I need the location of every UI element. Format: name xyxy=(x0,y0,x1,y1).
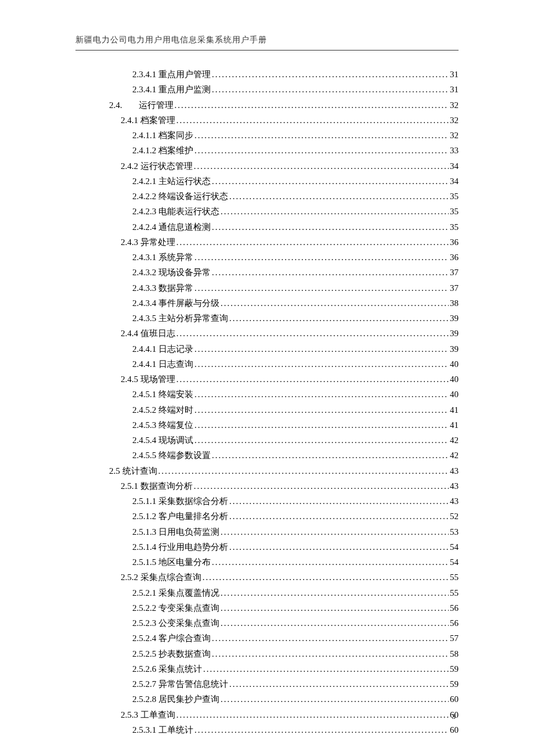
toc-entry: 2.5 统计查询43 xyxy=(75,463,459,478)
toc-page-ref: 43 xyxy=(450,494,459,509)
toc-leader-dots xyxy=(221,600,449,615)
toc-page-ref: 34 xyxy=(450,174,459,189)
toc-page-ref: 37 xyxy=(450,280,459,296)
toc-page-ref: 40 xyxy=(450,372,459,387)
toc-page-ref: 34 xyxy=(450,159,459,174)
toc-label: 2.4.2 运行状态管理 xyxy=(121,159,193,174)
toc-page-ref: 42 xyxy=(450,433,459,448)
toc-label: 2.4.3.1 系统异常 xyxy=(132,250,193,265)
toc-entry: 2.5.2.2 专变采集点查询56 xyxy=(75,600,459,615)
toc-label: 2.5.2.3 公变采集点查询 xyxy=(132,615,219,631)
toc-entry: 2.5.2.3 公变采集点查询56 xyxy=(75,615,459,631)
toc-label: 2.4.5 现场管理 xyxy=(121,372,175,387)
toc-leader-dots xyxy=(212,631,449,646)
toc-page-ref: 52 xyxy=(450,509,459,524)
toc-entry: 2.4.3.2 现场设备异常37 xyxy=(75,265,459,280)
toc-entry: 2.4.2.4 通信息道检测35 xyxy=(75,219,459,235)
toc-entry: 2.5.1 数据查询分析43 xyxy=(75,478,459,494)
toc-label: 2.5 统计查询 xyxy=(109,463,157,478)
toc-leader-dots xyxy=(212,448,449,463)
toc-label: 2.4.2.2 终端设备运行状态 xyxy=(132,189,228,204)
toc-leader-dots xyxy=(221,615,449,631)
toc-page-ref: 41 xyxy=(450,417,459,433)
toc-entry: 2.5.2.8 居民集抄户查询60 xyxy=(75,692,459,707)
toc-entry: 2.5.2.4 客户综合查询57 xyxy=(75,631,459,646)
toc-entry: 2.4.1.2 档案维护33 xyxy=(75,143,459,158)
toc-label: 2.5.2.8 居民集抄户查询 xyxy=(132,692,219,707)
toc-page-ref: 36 xyxy=(450,250,459,265)
toc-page-ref: 56 xyxy=(450,615,459,631)
toc-label: 2.5.1 数据查询分析 xyxy=(121,478,193,494)
toc-leader-dots xyxy=(194,280,449,296)
toc-page-ref: 33 xyxy=(450,143,459,158)
toc-entry: 2.4.2.1 主站运行状态34 xyxy=(75,174,459,189)
toc-leader-dots xyxy=(229,494,449,509)
toc-page-ref: 36 xyxy=(450,235,459,250)
toc-leader-dots xyxy=(212,646,449,661)
toc-page-ref: 39 xyxy=(450,326,459,341)
toc-entry: 2.4.2.3 电能表运行状态35 xyxy=(75,204,459,219)
toc-leader-dots xyxy=(176,235,449,250)
toc-leader-dots xyxy=(221,524,449,539)
toc-entry: 2.5.1.5 地区电量分布54 xyxy=(75,555,459,570)
toc-entry: 2.4.5.3 终端复位41 xyxy=(75,417,459,433)
toc-page-ref: 59 xyxy=(450,661,459,676)
toc-entry: 2.4.2 运行状态管理34 xyxy=(75,159,459,174)
toc-label: 2.4.3.4 事件屏蔽与分级 xyxy=(132,296,219,311)
toc-label: 2.4.1.2 档案维护 xyxy=(132,143,193,158)
toc-entry: 2.4.4.1 日志查询40 xyxy=(75,357,459,372)
toc-label: 2.5.2.4 客户综合查询 xyxy=(132,631,211,646)
toc-entry: 2.4.运行管理32 xyxy=(75,98,459,113)
toc-label: 2.5.1.3 日用电负荷监测 xyxy=(132,524,219,539)
toc-leader-dots xyxy=(194,143,449,158)
toc-page-ref: 32 xyxy=(450,98,459,113)
toc-label: 2.5.2.7 异常告警信息统计 xyxy=(132,676,228,692)
toc-label: 2.4.5.3 终端复位 xyxy=(132,417,193,433)
toc-leader-dots xyxy=(176,113,449,128)
toc-label: 2.5.1.5 地区电量分布 xyxy=(132,555,211,570)
page-number: 3 xyxy=(452,712,456,721)
toc-leader-dots xyxy=(212,82,449,97)
toc-leader-dots xyxy=(229,189,449,204)
toc-label: 2.4.1 档案管理 xyxy=(121,113,175,128)
toc-label: 2.4.5.2 终端对时 xyxy=(132,402,193,417)
toc-page-ref: 43 xyxy=(450,463,459,478)
toc-page-ref: 40 xyxy=(450,357,459,372)
toc-label: 2.4.5.5 终端参数设置 xyxy=(132,448,211,463)
toc-label: 2.5.1.1 采集数据综合分析 xyxy=(132,494,228,509)
toc-entry: 2.4.5.2 终端对时41 xyxy=(75,402,459,417)
table-of-contents: 2.3.4.1 重点用户管理312.3.4.1 重点用户监测312.4.运行管理… xyxy=(75,67,459,737)
toc-leader-dots xyxy=(194,433,449,448)
toc-page-ref: 55 xyxy=(450,585,459,600)
toc-page-ref: 57 xyxy=(450,631,459,646)
toc-leader-dots xyxy=(221,296,449,311)
toc-label: 2.4.4 值班日志 xyxy=(121,326,175,341)
toc-leader-dots xyxy=(194,250,449,265)
toc-entry: 2.5.2.1 采集点覆盖情况55 xyxy=(75,585,459,600)
toc-label: 2.4.4.1 日志查询 xyxy=(132,357,193,372)
toc-page-ref: 58 xyxy=(450,646,459,661)
toc-label: 2.5.3 工单查询 xyxy=(121,707,175,722)
toc-leader-dots xyxy=(212,67,449,82)
toc-leader-dots xyxy=(203,570,449,585)
toc-label: 2.3.4.1 重点用户监测 xyxy=(132,82,211,97)
toc-page-ref: 38 xyxy=(450,296,459,311)
toc-label: 2.3.4.1 重点用户管理 xyxy=(132,67,211,82)
toc-leader-dots xyxy=(194,357,449,372)
toc-label: 2.4.1.1 档案同步 xyxy=(132,128,193,143)
toc-leader-dots xyxy=(176,372,449,387)
toc-entry: 2.4.3 异常处理36 xyxy=(75,235,459,250)
toc-entry: 2.5.2 采集点综合查询55 xyxy=(75,570,459,585)
toc-label: 2.5.3.1 工单统计 xyxy=(132,722,193,737)
toc-entry: 2.5.1.3 日用电负荷监测53 xyxy=(75,524,459,539)
toc-entry: 2.4.5.1 终端安装40 xyxy=(75,387,459,402)
toc-label: 2.5.1.2 客户电量排名分析 xyxy=(132,509,228,524)
toc-entry: 2.4.1 档案管理32 xyxy=(75,113,459,128)
toc-page-ref: 60 xyxy=(450,692,459,707)
toc-entry: 2.3.4.1 重点用户监测31 xyxy=(75,82,459,97)
toc-label: 2.4.2.4 通信息道检测 xyxy=(132,219,211,235)
toc-label: 运行管理 xyxy=(139,98,174,113)
toc-label: 2.4.4.1 日志记录 xyxy=(132,341,193,357)
toc-page-ref: 56 xyxy=(450,600,459,615)
toc-label: 2.5.2.2 专变采集点查询 xyxy=(132,600,219,615)
